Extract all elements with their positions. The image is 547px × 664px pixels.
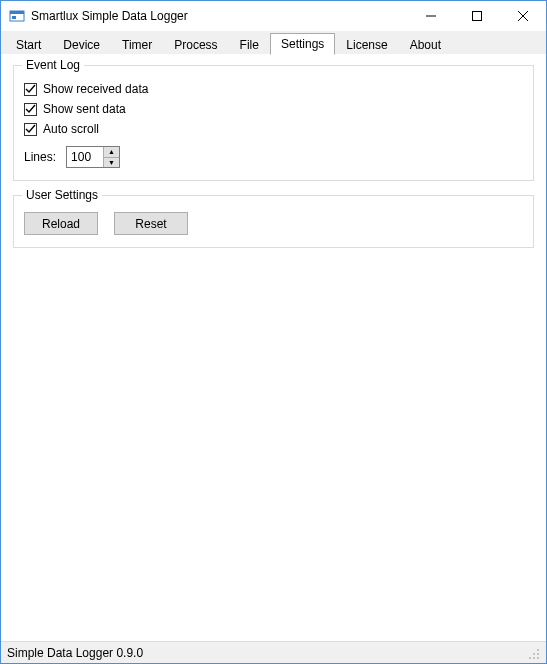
tab-timer[interactable]: Timer — [111, 34, 163, 55]
chevron-up-icon: ▲ — [108, 148, 115, 155]
show-sent-label: Show sent data — [43, 102, 126, 116]
lines-row: Lines: ▲ ▼ — [24, 146, 523, 168]
status-text: Simple Data Logger 0.9.0 — [7, 646, 143, 660]
lines-label: Lines: — [24, 150, 56, 164]
resize-grip-icon — [528, 648, 540, 660]
check-icon — [25, 84, 36, 95]
user-settings-title: User Settings — [22, 188, 102, 202]
tab-content: Event Log Show received data Show sent d… — [1, 55, 546, 641]
lines-down-button[interactable]: ▼ — [104, 158, 119, 168]
show-sent-row: Show sent data — [24, 102, 523, 116]
chevron-down-icon: ▼ — [108, 159, 115, 166]
user-settings-group: User Settings Reload Reset — [13, 195, 534, 248]
tab-settings[interactable]: Settings — [270, 33, 335, 55]
app-window: Smartlux Simple Data Logger Start Device… — [0, 0, 547, 664]
lines-spinner: ▲ ▼ — [66, 146, 120, 168]
resize-grip[interactable] — [526, 646, 540, 660]
maximize-button[interactable] — [454, 1, 500, 31]
app-icon — [9, 8, 25, 24]
tab-start[interactable]: Start — [5, 34, 52, 55]
svg-point-8 — [533, 653, 535, 655]
auto-scroll-label: Auto scroll — [43, 122, 99, 136]
lines-input[interactable] — [67, 147, 103, 167]
auto-scroll-row: Auto scroll — [24, 122, 523, 136]
lines-up-button[interactable]: ▲ — [104, 147, 119, 158]
minimize-button[interactable] — [408, 1, 454, 31]
show-received-row: Show received data — [24, 82, 523, 96]
window-controls — [408, 1, 546, 31]
show-received-label: Show received data — [43, 82, 148, 96]
close-button[interactable] — [500, 1, 546, 31]
tab-about[interactable]: About — [399, 34, 452, 55]
svg-point-12 — [537, 657, 539, 659]
auto-scroll-checkbox[interactable] — [24, 123, 37, 136]
tab-process[interactable]: Process — [163, 34, 228, 55]
svg-rect-1 — [10, 11, 24, 14]
window-title: Smartlux Simple Data Logger — [31, 9, 408, 23]
reset-button[interactable]: Reset — [114, 212, 188, 235]
tab-file[interactable]: File — [229, 34, 270, 55]
spinner-buttons: ▲ ▼ — [103, 147, 119, 167]
tab-license[interactable]: License — [335, 34, 398, 55]
statusbar: Simple Data Logger 0.9.0 — [1, 641, 546, 663]
svg-rect-4 — [473, 12, 482, 21]
show-sent-checkbox[interactable] — [24, 103, 37, 116]
svg-rect-2 — [12, 16, 16, 19]
user-settings-buttons: Reload Reset — [24, 212, 523, 235]
tabstrip: Start Device Timer Process File Settings… — [1, 31, 546, 55]
svg-point-7 — [537, 649, 539, 651]
reload-button[interactable]: Reload — [24, 212, 98, 235]
svg-point-10 — [529, 657, 531, 659]
minimize-icon — [426, 11, 436, 21]
svg-point-9 — [537, 653, 539, 655]
close-icon — [518, 11, 528, 21]
event-log-group: Event Log Show received data Show sent d… — [13, 65, 534, 181]
check-icon — [25, 124, 36, 135]
maximize-icon — [472, 11, 482, 21]
svg-point-11 — [533, 657, 535, 659]
titlebar: Smartlux Simple Data Logger — [1, 1, 546, 31]
check-icon — [25, 104, 36, 115]
event-log-title: Event Log — [22, 58, 84, 72]
tab-device[interactable]: Device — [52, 34, 111, 55]
show-received-checkbox[interactable] — [24, 83, 37, 96]
